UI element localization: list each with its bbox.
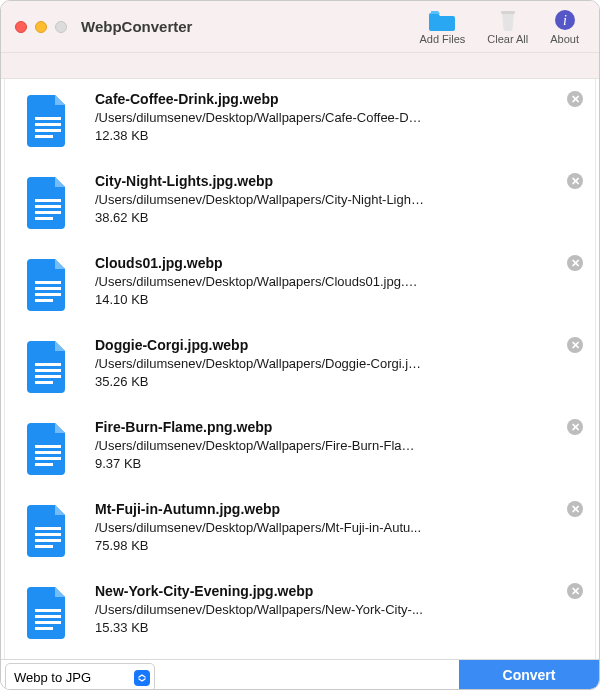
folder-icon (429, 9, 455, 31)
remove-file-button[interactable]: ✕ (567, 337, 583, 353)
file-size: 75.98 KB (95, 538, 583, 553)
document-icon (25, 177, 71, 229)
remove-file-button[interactable]: ✕ (567, 583, 583, 599)
document-icon (25, 423, 71, 475)
remove-file-button[interactable]: ✕ (567, 91, 583, 107)
svg-rect-13 (35, 293, 61, 296)
app-title: WebpConverter (81, 18, 192, 35)
add-files-label: Add Files (419, 33, 465, 45)
close-icon: ✕ (571, 176, 580, 187)
file-path: /Users/dilumsenev/Desktop/Wallpapers/Caf… (95, 110, 425, 125)
remove-file-button[interactable]: ✕ (567, 501, 583, 517)
close-icon: ✕ (571, 422, 580, 433)
file-row[interactable]: Cafe-Coffee-Drink.jpg.webp /Users/dilums… (5, 79, 595, 161)
file-row[interactable]: Fire-Burn-Flame.png.webp /Users/dilumsen… (5, 407, 595, 489)
svg-rect-12 (35, 287, 61, 290)
window-controls (15, 21, 67, 33)
svg-rect-24 (35, 533, 61, 536)
file-path: /Users/dilumsenev/Desktop/Wallpapers/Cit… (95, 192, 425, 207)
file-name: Clouds01.jpg.webp (95, 255, 583, 271)
about-label: About (550, 33, 579, 45)
svg-rect-3 (35, 117, 61, 120)
format-selected-label: Webp to JPG (14, 670, 91, 685)
svg-rect-22 (35, 463, 53, 466)
file-row[interactable]: Doggie-Corgi.jpg.webp /Users/dilumsenev/… (5, 325, 595, 407)
titlebar: WebpConverter Add Files Clear All i Abou… (1, 1, 599, 53)
file-info: Cafe-Coffee-Drink.jpg.webp /Users/dilums… (95, 91, 583, 143)
file-size: 12.38 KB (95, 128, 583, 143)
svg-rect-11 (35, 281, 61, 284)
svg-rect-18 (35, 381, 53, 384)
svg-rect-5 (35, 129, 61, 132)
file-info: New-York-City-Evening.jpg.webp /Users/di… (95, 583, 583, 635)
file-row[interactable]: Mt-Fuji-in-Autumn.jpg.webp /Users/dilums… (5, 489, 595, 571)
file-row[interactable]: New-York-City-Evening.jpg.webp /Users/di… (5, 571, 595, 653)
svg-rect-16 (35, 369, 61, 372)
svg-rect-27 (35, 609, 61, 612)
svg-rect-9 (35, 211, 61, 214)
file-size: 14.10 KB (95, 292, 583, 307)
footer: Webp to JPG Convert (1, 659, 599, 689)
svg-rect-4 (35, 123, 61, 126)
svg-rect-23 (35, 527, 61, 530)
file-info: Clouds01.jpg.webp /Users/dilumsenev/Desk… (95, 255, 583, 307)
convert-button[interactable]: Convert (459, 660, 599, 689)
clear-all-label: Clear All (487, 33, 528, 45)
file-name: Doggie-Corgi.jpg.webp (95, 337, 583, 353)
maximize-window-button (55, 21, 67, 33)
file-path: /Users/dilumsenev/Desktop/Wallpapers/Dog… (95, 356, 425, 371)
file-size: 15.33 KB (95, 620, 583, 635)
file-info: Mt-Fuji-in-Autumn.jpg.webp /Users/dilums… (95, 501, 583, 553)
file-info: City-Night-Lights.jpg.webp /Users/dilums… (95, 173, 583, 225)
remove-file-button[interactable]: ✕ (567, 255, 583, 271)
svg-rect-15 (35, 363, 61, 366)
svg-rect-14 (35, 299, 53, 302)
file-row[interactable]: Clouds01.jpg.webp /Users/dilumsenev/Desk… (5, 243, 595, 325)
document-icon (25, 259, 71, 311)
svg-rect-6 (35, 135, 53, 138)
convert-label: Convert (503, 667, 556, 683)
svg-rect-25 (35, 539, 61, 542)
close-icon: ✕ (571, 586, 580, 597)
svg-rect-20 (35, 451, 61, 454)
document-icon (25, 95, 71, 147)
svg-rect-28 (35, 615, 61, 618)
trash-icon (495, 9, 521, 31)
close-icon: ✕ (571, 94, 580, 105)
file-size: 38.62 KB (95, 210, 583, 225)
svg-rect-26 (35, 545, 53, 548)
file-info: Fire-Burn-Flame.png.webp /Users/dilumsen… (95, 419, 583, 471)
svg-rect-29 (35, 621, 61, 624)
file-row[interactable]: City-Night-Lights.jpg.webp /Users/dilums… (5, 161, 595, 243)
close-icon: ✕ (571, 504, 580, 515)
minimize-window-button[interactable] (35, 21, 47, 33)
file-name: City-Night-Lights.jpg.webp (95, 173, 583, 189)
svg-rect-19 (35, 445, 61, 448)
svg-text:i: i (563, 13, 567, 28)
file-path: /Users/dilumsenev/Desktop/Wallpapers/New… (95, 602, 425, 617)
about-button[interactable]: i About (550, 9, 579, 45)
document-icon (25, 341, 71, 393)
info-icon: i (552, 9, 578, 31)
file-name: New-York-City-Evening.jpg.webp (95, 583, 583, 599)
svg-rect-21 (35, 457, 61, 460)
toolbar: Add Files Clear All i About (419, 9, 585, 45)
svg-rect-7 (35, 199, 61, 202)
format-select[interactable]: Webp to JPG (5, 663, 155, 690)
file-size: 9.37 KB (95, 456, 583, 471)
file-name: Cafe-Coffee-Drink.jpg.webp (95, 91, 583, 107)
remove-file-button[interactable]: ✕ (567, 419, 583, 435)
file-list: Cafe-Coffee-Drink.jpg.webp /Users/dilums… (4, 79, 596, 659)
file-name: Mt-Fuji-in-Autumn.jpg.webp (95, 501, 583, 517)
file-size: 35.26 KB (95, 374, 583, 389)
svg-rect-17 (35, 375, 61, 378)
close-window-button[interactable] (15, 21, 27, 33)
remove-file-button[interactable]: ✕ (567, 173, 583, 189)
chevron-up-down-icon (134, 670, 150, 686)
header-strip (1, 53, 599, 79)
svg-rect-10 (35, 217, 53, 220)
document-icon (25, 587, 71, 639)
svg-rect-30 (35, 627, 53, 630)
add-files-button[interactable]: Add Files (419, 9, 465, 45)
clear-all-button[interactable]: Clear All (487, 9, 528, 45)
